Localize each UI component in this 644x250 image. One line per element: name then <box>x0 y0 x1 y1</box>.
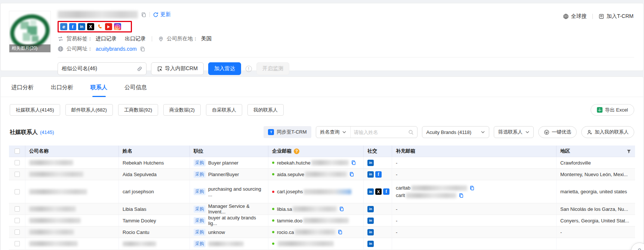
subtab-my-contacts[interactable]: 我的联系人 <box>247 104 284 116</box>
tab-export-analysis[interactable]: 出口分析 <box>51 84 73 97</box>
linkedin-icon[interactable] <box>367 188 374 195</box>
email-redacted <box>311 160 349 165</box>
phone-icon[interactable] <box>96 23 103 30</box>
row-checkbox[interactable] <box>15 172 20 177</box>
extra-email: - <box>392 215 557 226</box>
email-status-dot <box>272 173 274 175</box>
tab-contacts[interactable]: 联系人 <box>90 84 107 97</box>
filter-contacts-dropdown[interactable]: 筛选联系人 <box>494 126 534 138</box>
table-row[interactable]: Tammie Dooley 采购buyer at acuity brands l… <box>9 215 635 226</box>
company-name-redacted <box>29 229 74 235</box>
subtab-business-registration[interactable]: 工商数据(92) <box>118 104 158 116</box>
name-search-input[interactable] <box>351 129 407 135</box>
add-my-contacts-button[interactable]: 加入我的联系人 <box>581 126 634 138</box>
linkedin-icon[interactable] <box>367 160 374 166</box>
row-checkbox[interactable] <box>15 218 20 223</box>
company-logo[interactable]: 相关图片(20) <box>9 11 51 53</box>
email-redacted <box>305 172 347 177</box>
copy-icon[interactable] <box>349 172 354 177</box>
search-icon[interactable] <box>407 129 417 135</box>
facebook-icon[interactable] <box>69 23 76 30</box>
copy-icon[interactable] <box>140 46 145 52</box>
export-excel-button[interactable]: 导出 Excel <box>591 104 634 116</box>
row-checkbox[interactable] <box>15 160 20 165</box>
email-prefix: aida.sepulve <box>277 172 304 177</box>
subtab-self-collected[interactable]: 自采联系人 <box>206 104 242 116</box>
x-twitter-icon[interactable] <box>87 23 94 30</box>
linkedin-icon[interactable] <box>367 218 374 224</box>
linkedin-icon[interactable] <box>78 23 85 30</box>
row-checkbox[interactable] <box>15 206 20 212</box>
subtab-social-contacts[interactable]: 社媒联系人(4145) <box>10 104 60 116</box>
name-query-dropdown[interactable]: 姓名查询 <box>316 126 351 138</box>
copy-icon[interactable] <box>459 193 464 198</box>
info-icon[interactable]: ! <box>246 66 252 72</box>
trade-tag-import-records[interactable]: 进口记录 <box>96 35 117 42</box>
divider <box>592 14 593 19</box>
trade-tag-export-records[interactable]: 出口记录 <box>125 35 146 42</box>
row-checkbox[interactable] <box>15 241 20 246</box>
one-click-select-button[interactable]: 一键优选 <box>538 126 577 138</box>
linkedin-icon[interactable] <box>367 206 374 212</box>
region: marietta, georgia, united states <box>557 180 635 203</box>
global-search-button[interactable]: 全球搜 <box>563 13 587 20</box>
contacts-table: 公司名称 姓名 职位 企业邮箱 社交 补充邮箱 地区 Rebekah Hutch… <box>9 146 635 250</box>
region <box>557 238 635 249</box>
global-search-label: 全球搜 <box>571 13 587 20</box>
copy-icon[interactable] <box>141 12 147 18</box>
instagram-icon[interactable] <box>114 23 121 30</box>
linkedin-icon[interactable] <box>367 229 374 235</box>
facebook-icon[interactable] <box>383 188 389 195</box>
import-internal-crm-button[interactable]: 导入内部CRM <box>151 62 204 75</box>
start-monitoring-button[interactable]: 开启监测 <box>256 62 289 75</box>
contact-name: Tammie Dooley <box>119 215 190 226</box>
table-row[interactable]: Libia Salas 采购Manager Service & Invent..… <box>9 203 635 215</box>
subtab-email-contacts[interactable]: 邮件联系人(682) <box>65 104 113 116</box>
trade-tags-label: 贸易标签： <box>67 35 93 42</box>
chevron-down-icon <box>526 131 529 133</box>
col-header-company: 公司名称 <box>25 146 119 157</box>
select-all-checkbox[interactable] <box>15 149 20 154</box>
similar-companies-dropdown[interactable]: 相似公司名(46) <box>58 62 147 75</box>
linkedin-icon[interactable] <box>367 241 374 247</box>
copy-icon[interactable] <box>338 229 343 235</box>
filter-funnel-icon[interactable] <box>626 149 631 154</box>
facebook-icon[interactable] <box>375 171 382 178</box>
job-title: purchasing and sourcing ... <box>208 186 264 197</box>
location-pin-icon <box>158 36 164 42</box>
copy-icon[interactable] <box>339 206 344 212</box>
row-checkbox[interactable] <box>15 229 20 235</box>
table-row[interactable]: Aida Sepulveda 采购Planner/Buyer aida.sepu… <box>9 169 635 180</box>
table-row[interactable]: carl josephson 采购purchasing and sourcing… <box>9 180 635 203</box>
contact-name: Rebekah Hutchens <box>119 157 190 168</box>
related-images-badge[interactable]: 相关图片(20) <box>9 44 50 52</box>
job-title: buyer at acuity brands lig... <box>208 215 264 226</box>
linkedin-icon[interactable] <box>367 171 374 178</box>
youtube-icon[interactable] <box>105 23 112 30</box>
email-redacted <box>293 206 337 212</box>
row-checkbox[interactable] <box>15 189 20 194</box>
table-row[interactable]: 采购 <box>9 238 635 250</box>
table-row[interactable]: Rocio Cantu 采购unknow rocio.ca - - <box>9 226 635 238</box>
x-twitter-icon[interactable] <box>375 188 382 195</box>
divider <box>152 36 152 41</box>
email-prefix: rocio.ca <box>277 229 294 235</box>
sync-to-tcrm-button[interactable]: 同步至T-CRM <box>264 126 311 138</box>
company-filter-select[interactable]: Acuity Brands (4118) <box>422 126 489 138</box>
internet-explorer-icon[interactable] <box>60 23 67 30</box>
company-name-redacted <box>29 189 87 194</box>
update-button[interactable]: 更新 <box>153 11 171 18</box>
copy-icon[interactable] <box>469 185 475 191</box>
section-count: (4145) <box>40 129 54 135</box>
extra-email-prefix: carlt <box>396 193 405 198</box>
copy-icon[interactable] <box>351 160 356 165</box>
subtab-commercial-data[interactable]: 商业数据(2) <box>163 104 201 116</box>
purchase-badge: 采购 <box>194 159 206 166</box>
email-help-icon[interactable] <box>294 149 299 154</box>
table-row[interactable]: Rebekah Hutchens 采购Buyer planner rebekah… <box>9 157 635 169</box>
tab-company-info[interactable]: 公司信息 <box>124 84 147 97</box>
tab-import-analysis[interactable]: 进口分析 <box>11 84 34 97</box>
website-link[interactable]: acuitybrands.com <box>96 46 137 52</box>
join-tcrm-button[interactable]: 加入T-CRM <box>598 13 634 20</box>
add-radar-button[interactable]: 加入雷达 <box>208 62 241 75</box>
